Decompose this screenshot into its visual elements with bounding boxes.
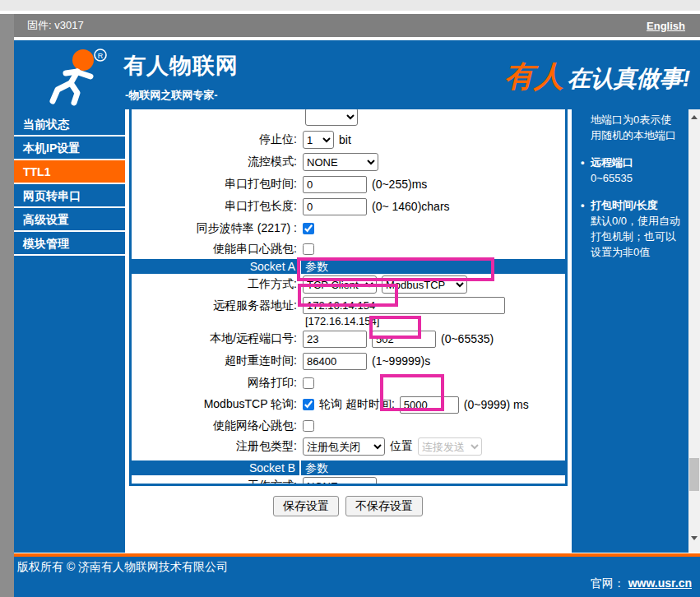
help-panel: 地端口为0表示使用随机的本地端口 远程端口 0~65535 打包时间/长度 默认…: [572, 109, 688, 553]
serial-heartbeat-label: 使能串口心跳包:: [132, 242, 300, 257]
sync-baud-checkbox[interactable]: [303, 223, 314, 234]
socket-a-header-suffix: 参数: [301, 259, 328, 274]
scrollbar-down-arrow[interactable]: [688, 532, 700, 544]
pack-length-row: 串口打包长度: (0~ 1460)chars: [132, 196, 565, 218]
poll-timeout-label: 轮询 超时时间:: [319, 397, 395, 412]
pack-time-note: (0~255)ms: [372, 178, 427, 191]
slogan-accent: 有人: [504, 59, 563, 93]
help-clipped-text: 地端口为0表示使用随机的本地端口: [580, 112, 682, 143]
socket-a-header: Socket A 参数: [132, 259, 565, 274]
stop-bit-label: 停止位:: [132, 132, 300, 147]
socket-a-workmode-row: 工作方式: TCP Client ModbusTCP: [132, 274, 565, 296]
modbus-poll-label: ModbusTCP 轮询:: [132, 397, 300, 412]
poll-timeout-input[interactable]: [400, 396, 459, 414]
reconnect-label: 超时重连时间:: [132, 354, 300, 368]
ports-label: 本地/远程端口号:: [132, 331, 300, 346]
brand-subtitle: -物联网之联网专家-: [125, 88, 218, 103]
net-print-row: 网络打印:: [132, 373, 565, 394]
reconnect-input[interactable]: [303, 353, 367, 370]
remote-addr-resolved: [172.16.14.154]: [132, 316, 565, 328]
socket-a-protocol-select[interactable]: ModbusTCP: [382, 275, 467, 294]
sidebar-item-web-to-serial[interactable]: 网页转串口: [14, 184, 125, 208]
net-heartbeat-label: 使能网络心跳包:: [132, 419, 300, 433]
sidebar-item-module-mgmt[interactable]: 模块管理: [14, 232, 125, 256]
official-site-link[interactable]: www.usr.cn: [628, 576, 692, 590]
reg-pack-pos-select: 连接发送: [418, 437, 482, 456]
reg-pack-type-select[interactable]: 注册包关闭: [303, 437, 385, 456]
remote-addr-input[interactable]: [303, 297, 505, 314]
brand-title: 有人物联网: [123, 51, 239, 81]
pack-length-label: 串口打包长度:: [132, 199, 300, 214]
pack-time-input[interactable]: [303, 176, 367, 193]
modbus-poll-row: ModbusTCP 轮询: 轮询 超时时间: (0~9999) ms: [132, 394, 565, 416]
official-site: 官网： www.usr.cn: [591, 576, 692, 591]
stop-bit-row: 停止位: 1 bit: [132, 129, 565, 151]
baud-rate-select-clipped[interactable]: [305, 109, 358, 126]
sidebar-item-local-ip[interactable]: 本机IP设置: [14, 137, 125, 160]
poll-timeout-note: (0~9999) ms: [464, 398, 529, 411]
net-print-checkbox[interactable]: [303, 377, 314, 389]
footer: 版权所有 © 济南有人物联网技术有限公司 官网： www.usr.cn: [14, 557, 700, 597]
scrollbar[interactable]: [688, 109, 700, 553]
ports-row: 本地/远程端口号: (0~65535): [132, 328, 565, 350]
help-bullet-body: 默认0/0，使用自动打包机制；也可以设置为非0值: [591, 213, 682, 260]
reg-pack-label: 注册包类型:: [132, 439, 300, 454]
socket-b-header-suffix: 参数: [301, 460, 328, 475]
remote-addr-row: 远程服务器地址:: [132, 296, 565, 316]
sync-baud-label: 同步波特率 (2217) :: [132, 221, 300, 236]
pack-length-input[interactable]: [303, 198, 367, 215]
remote-port-input[interactable]: [372, 331, 436, 348]
net-heartbeat-row: 使能网络心跳包:: [132, 416, 565, 436]
flow-control-select[interactable]: NONE: [303, 153, 378, 171]
copyright-text: 版权所有 © 济南有人物联网技术有限公司: [17, 560, 228, 575]
slogan: 有人 在认真做事!: [504, 57, 690, 97]
socket-a-workmode-label: 工作方式:: [132, 277, 300, 292]
modbus-poll-checkbox[interactable]: [303, 399, 314, 410]
scrollbar-up-arrow[interactable]: [688, 111, 700, 123]
english-link[interactable]: English: [647, 20, 685, 32]
reconnect-note: (1~99999)s: [372, 354, 430, 368]
scrollbar-thumb[interactable]: [689, 458, 699, 491]
official-site-label: 官网：: [591, 576, 625, 590]
topbar: 固件: v3017 English: [14, 14, 700, 37]
socket-b-workmode-row: 工作方式: NONE: [132, 475, 565, 487]
help-bullet-title: 远程端口: [591, 155, 682, 170]
window-left-strip: [0, 14, 14, 597]
flow-control-row: 流控模式: NONE: [132, 151, 565, 174]
firmware-version: 固件: v3017: [27, 18, 84, 33]
flow-control-label: 流控模式:: [132, 155, 300, 169]
help-bullet-title: 打包时间/长度: [591, 197, 682, 213]
header: R 有人物联网 -物联网之联网专家- 有人 在认真做事!: [14, 40, 700, 109]
local-port-input[interactable]: [303, 331, 367, 348]
socket-b-workmode-label: 工作方式:: [132, 479, 300, 486]
socket-b-header: Socket B 参数: [132, 460, 565, 475]
stop-bit-select[interactable]: 1: [303, 131, 334, 149]
help-bullet-remote-port: 远程端口 0~65535: [580, 155, 682, 186]
usr-logo-icon: R: [41, 44, 117, 106]
slogan-rest: 在认真做事!: [568, 66, 690, 91]
window-top-strip: [0, 0, 700, 11]
sidebar-item-advanced[interactable]: 高级设置: [14, 208, 125, 232]
socket-b-mode-select[interactable]: NONE: [303, 477, 377, 486]
reconnect-row: 超时重连时间: (1~99999)s: [132, 350, 565, 373]
socket-b-header-name: Socket B: [132, 460, 301, 475]
sidebar-item-current-status[interactable]: 当前状态: [14, 113, 125, 137]
reg-pack-pos-label: 位置: [390, 439, 413, 454]
help-bullet-pack: 打包时间/长度 默认0/0，使用自动打包机制；也可以设置为非0值: [580, 197, 682, 260]
form-buttons: 保存设置 不保存设置: [125, 496, 571, 516]
settings-form: 停止位: 1 bit 流控模式: NONE 串口打包时间: (0~255)ms: [129, 109, 568, 486]
pack-time-label: 串口打包时间:: [132, 177, 300, 192]
discard-settings-button[interactable]: 不保存设置: [345, 496, 423, 516]
svg-text:R: R: [98, 52, 104, 60]
socket-a-mode-select[interactable]: TCP Client: [303, 275, 377, 294]
sidebar: 当前状态 本机IP设置 TTL1 网页转串口 高级设置 模块管理: [14, 109, 125, 553]
stop-bit-unit: bit: [339, 133, 351, 146]
net-heartbeat-checkbox[interactable]: [303, 420, 314, 432]
page: 固件: v3017 English R 有人物联网 -物联网之联网专家- 有人 …: [0, 0, 700, 597]
serial-heartbeat-checkbox[interactable]: [303, 243, 314, 255]
main-content: 停止位: 1 bit 流控模式: NONE 串口打包时间: (0~255)ms: [125, 109, 571, 553]
sidebar-item-ttl1[interactable]: TTL1: [14, 160, 125, 184]
serial-heartbeat-row: 使能串口心跳包:: [132, 239, 565, 259]
save-settings-button[interactable]: 保存设置: [273, 496, 339, 516]
help-bullet-body: 0~65535: [591, 170, 682, 186]
